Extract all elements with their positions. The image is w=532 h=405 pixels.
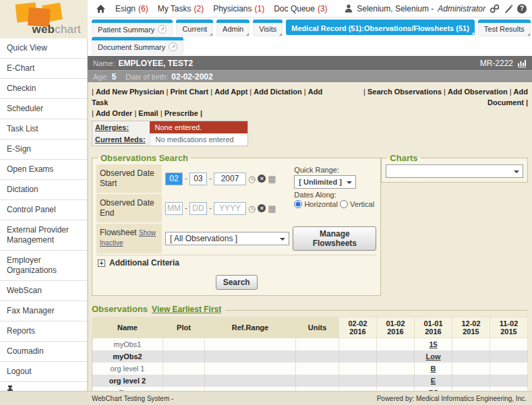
topnav-my-tasks[interactable]: My Tasks(2) [158, 4, 204, 13]
obs-value-link[interactable]: Low [426, 352, 441, 361]
sidebar-item-quick-view[interactable]: Quick View [0, 38, 87, 59]
clear-date-icon[interactable]: × [258, 175, 266, 183]
topnav-my-tasks-label: My Tasks [158, 4, 191, 13]
add-observation-link[interactable]: Add Observation [444, 88, 508, 96]
obs-name: org level 2 [92, 375, 163, 387]
observations-search-fieldset: Observations Search Observed Date Start … [92, 153, 381, 296]
sidebar-item-e-chart[interactable]: E-Chart [0, 59, 87, 79]
obs-units-cell [296, 363, 339, 375]
current-meds-row: Current Meds: No medications entered [92, 133, 247, 146]
growth-chart-icon[interactable] [517, 59, 527, 67]
current-meds-link[interactable]: Current Meds: [92, 133, 150, 146]
patient-dob: 02-02-2002 [171, 72, 212, 82]
webchart-app: webchart Quick View E-Chart Checkin Sche… [0, 0, 532, 405]
obs-units-cell [296, 375, 339, 387]
logo-text: webchart [32, 23, 81, 36]
popout-icon[interactable]: ↗ [158, 25, 167, 34]
home-icon[interactable] [96, 4, 106, 13]
topnav-doc-queue[interactable]: Doc Queue(3) [274, 4, 327, 13]
quick-range-select[interactable]: [ Unlimited ] [294, 175, 356, 189]
webchart-logo[interactable]: webchart [0, 0, 88, 38]
col-header-date-1: 01-022016 [377, 317, 415, 338]
sidebar-item-external-provider-management[interactable]: External Provider Management [0, 220, 87, 251]
sidebar-item-employer-organizations[interactable]: Employer Organizations [0, 251, 87, 281]
vertical-radio[interactable] [340, 200, 348, 208]
flowsheet-label: Flowsheet [100, 228, 137, 237]
age-label: Age: [93, 73, 109, 81]
print-chart-link[interactable]: Print Chart [166, 88, 208, 96]
help-icon[interactable]: ? [517, 4, 527, 13]
sidebar-item-dictation[interactable]: Dictation [0, 180, 87, 200]
add-appt-link[interactable]: Add Appt [210, 88, 247, 96]
clock-icon[interactable]: ◷ [248, 175, 256, 183]
calendar-icon[interactable]: ▦ [268, 204, 276, 213]
tab-visits[interactable]: Visits [253, 20, 283, 36]
sidebar-item-control-panel[interactable]: Control Panel [0, 200, 87, 220]
start-month-input[interactable] [165, 173, 183, 185]
tab-document-summary[interactable]: Document Summary↗ [92, 37, 183, 55]
popout-icon[interactable]: ↗ [169, 42, 177, 51]
start-day-input[interactable] [189, 173, 207, 185]
obs-name: myObs2 [92, 350, 163, 363]
allergies-link[interactable]: Allergies: [92, 121, 150, 133]
link-icon[interactable] [490, 4, 500, 13]
charts-legend: Charts [387, 153, 420, 163]
table-header-row: Name Plot Ref.Range Units 02-022016 01-0… [92, 317, 528, 338]
charts-select[interactable] [386, 164, 523, 178]
footer-bar: WebChart Testing System - Powered by: Me… [0, 391, 532, 405]
end-year-input[interactable] [214, 202, 246, 215]
calendar-icon[interactable]: ▦ [268, 175, 276, 183]
tab-test-results[interactable]: Test Results [478, 20, 531, 36]
end-day-input[interactable] [189, 202, 207, 215]
add-dictation-link[interactable]: Add Dictation [249, 88, 301, 96]
sidebar-item-webscan[interactable]: WebScan [0, 281, 87, 301]
obs-value-link[interactable]: 15 [429, 340, 437, 348]
sidebar-item-task-list[interactable]: Task List [0, 119, 87, 139]
clear-date-icon[interactable]: × [258, 204, 266, 212]
add-order-link[interactable]: Add Order [92, 109, 132, 117]
flowsheet-select[interactable]: [ All Observations ] [165, 232, 289, 245]
obs-refrange-cell [205, 363, 296, 375]
start-year-input[interactable] [214, 173, 246, 185]
obs-value-link[interactable]: E [431, 377, 436, 385]
search-observations-link[interactable]: Search Observations [363, 88, 442, 96]
sidebar-item-logout[interactable]: Logout [0, 362, 87, 382]
email-link[interactable]: Email [134, 109, 158, 117]
manage-flowsheets-button[interactable]: Manage Flowsheets [293, 226, 376, 251]
clock-icon[interactable]: ◷ [248, 204, 256, 213]
wand-icon[interactable] [504, 4, 513, 13]
sidebar-item-fax-manager[interactable]: Fax Manager [0, 301, 87, 321]
sidebar-item-reports[interactable]: Reports [0, 321, 87, 342]
tab-label: Visits [259, 25, 276, 33]
tab-patient-summary[interactable]: Patient Summary↗ [92, 20, 173, 37]
tab-menu-corner-icon [210, 33, 212, 36]
name-label: Name: [93, 59, 115, 67]
sidebar-item-open-exams[interactable]: Open Exams [0, 160, 87, 180]
view-earliest-first-link[interactable]: View Earliest First [152, 305, 221, 314]
tab-admin[interactable]: Admin [216, 20, 249, 36]
tab-current[interactable]: Current [176, 20, 213, 36]
prescribe-link[interactable]: Prescribe [160, 109, 198, 117]
horizontal-radio[interactable] [294, 200, 302, 208]
obs-value-link[interactable]: B [431, 365, 436, 373]
end-month-input[interactable] [165, 202, 183, 215]
topnav-esign[interactable]: Esign(6) [115, 4, 148, 13]
additional-criteria-toggle[interactable]: + Additional Criteria [96, 255, 376, 270]
sidebar-item-checkin[interactable]: Checkin [0, 79, 87, 99]
col-header-date-2: 01-012016 [415, 317, 452, 338]
topnav-esign-count: (6) [138, 4, 148, 13]
add-new-physician-link[interactable]: Add New Physician [92, 88, 164, 96]
obs-units-cell [296, 338, 339, 350]
table-row: org level 1 B [92, 363, 528, 375]
patient-name-bar: Name: EMPLOYEE, TEST2 MR-2222 [88, 56, 532, 71]
topnav-physicians[interactable]: Physicians(1) [213, 4, 264, 13]
sidebar-item-e-sign[interactable]: E-Sign [0, 139, 87, 160]
sidebar-item-coumadin[interactable]: Coumadin [0, 342, 87, 362]
observed-date-end-inputs: - - ◷ × ▦ [163, 194, 291, 222]
tab-medical-record-observations[interactable]: Medical Record (51):Observations/Flowshe… [286, 20, 474, 35]
search-button[interactable]: Search [216, 275, 258, 290]
expand-plus-icon[interactable]: + [98, 259, 105, 267]
tab-label: Current [182, 25, 207, 33]
tab-bar-row2: Document Summary↗ [88, 37, 532, 56]
sidebar-item-scheduler[interactable]: Scheduler [0, 99, 87, 119]
